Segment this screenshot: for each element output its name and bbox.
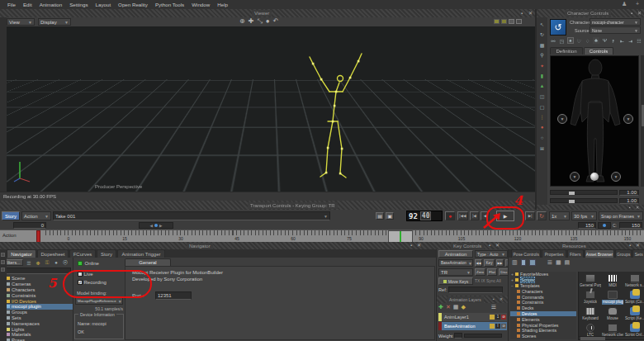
add-layer-icon[interactable]: ✚	[438, 304, 443, 310]
asset-tree-constraints[interactable]: Constraints	[510, 300, 576, 305]
dock-lock-icon[interactable]: ▪	[493, 296, 495, 302]
dock-lock-icon[interactable]: ▪	[631, 10, 632, 17]
layer-mute-icon[interactable]: ⊘	[501, 324, 506, 329]
key-filter-icon[interactable]: ⚿	[44, 259, 50, 266]
asset-network-server[interactable]: Network s...	[624, 274, 644, 289]
weight-slider[interactable]	[464, 334, 502, 338]
split-view-icon[interactable]	[521, 259, 526, 266]
layer-solo-icon[interactable]: I	[495, 324, 500, 329]
tab-fcurves[interactable]: FCurves	[69, 249, 96, 258]
range-end-field[interactable]: 150	[578, 222, 596, 229]
viewer-dock-lock-icon[interactable]: ▪	[521, 10, 523, 17]
skeleton-icon[interactable]: ♣	[593, 37, 599, 44]
pose-tool-icon[interactable]: ▩	[539, 41, 546, 48]
layer-list-options-icon[interactable]: ☰	[491, 304, 496, 310]
tab-sets[interactable]: Sets	[632, 249, 644, 258]
full-body-icon[interactable]: ♠	[567, 37, 574, 44]
cc-scrollbar[interactable]	[641, 55, 644, 187]
timeline-zoom-control[interactable]: ◀ ▶	[139, 222, 173, 229]
tree-item-groups[interactable]: +Groups	[2, 310, 73, 315]
asset-tree-physical-properties[interactable]: Physical Properties	[510, 322, 576, 328]
mini-tool-icon[interactable]	[1, 260, 5, 264]
layer-lock-icon[interactable]	[490, 324, 495, 329]
stance-pose-icon[interactable]: ⚯	[550, 37, 556, 44]
port-field[interactable]: 12351	[155, 291, 192, 300]
left-hand-control[interactable]: ▼	[557, 114, 567, 124]
asset-general-purpose[interactable]: General Purp...	[580, 274, 601, 289]
slider-handle[interactable]	[569, 192, 575, 195]
loop-toggle-button[interactable]: ↻	[537, 211, 547, 220]
dock-lock-icon[interactable]: ▪	[629, 242, 631, 249]
hips-control-sphere[interactable]	[590, 173, 599, 181]
character-rig-icon[interactable]: ☷	[636, 37, 642, 44]
scale-tool-icon[interactable]: ⤡	[257, 17, 262, 26]
live-checkbox[interactable]: Live	[78, 272, 93, 277]
display-mode-icon[interactable]	[494, 19, 500, 24]
slider-handle[interactable]	[569, 200, 575, 203]
story-button[interactable]: Story	[2, 211, 20, 220]
asset-script-co[interactable]: Script (Co...	[624, 291, 644, 305]
tab-dopesheet[interactable]: Dopesheet	[37, 249, 69, 258]
menu-settings[interactable]: Settings	[69, 2, 88, 7]
tab-controls[interactable]: Controls	[584, 47, 613, 54]
dot-filter-icon[interactable]: ●	[53, 259, 59, 266]
left-foot-control[interactable]: ▼	[570, 172, 580, 182]
dock-close-icon[interactable]: ✕	[500, 296, 503, 302]
scrollbar-thumb[interactable]	[642, 105, 644, 126]
tab-pose-controls[interactable]: Pose Controls	[511, 249, 541, 258]
loop-pose-icon[interactable]: ○	[539, 135, 546, 141]
thumb-mode-icon[interactable]: ▦	[556, 259, 561, 266]
tab-navigator[interactable]: Navigator	[7, 249, 36, 258]
blend-slider-2[interactable]	[550, 198, 618, 203]
dock-close-icon[interactable]: ✕	[417, 242, 421, 249]
tree-item-sets[interactable]: +Sets	[2, 315, 73, 321]
layer-select-dropdown[interactable]: BaseAnimation▼	[438, 259, 473, 267]
zero-pose-icon[interactable]: ◳	[558, 37, 565, 44]
tab-asset-browser[interactable]: Asset Browser	[585, 249, 614, 258]
tab-story[interactable]: Story	[97, 249, 116, 258]
lock-layer-icon[interactable]: ◆	[461, 304, 465, 310]
dock-close-icon[interactable]: ✕	[495, 242, 500, 249]
asset-tree-templates[interactable]: −Templates	[510, 283, 576, 289]
tab-animation-trigger[interactable]: Animation Trigger	[117, 249, 165, 258]
key-type-dropdown[interactable]: Type : Auto▼	[475, 250, 508, 258]
asset-tree-elements[interactable]: Elements	[510, 316, 576, 322]
delete-layer-icon[interactable]: ✕	[446, 304, 451, 310]
safe-frame-icon[interactable]	[516, 19, 522, 24]
asset-tree-commands[interactable]: Commands	[510, 294, 576, 300]
menu-open-reality[interactable]: Open Reality	[118, 2, 148, 7]
viewer-dock-close-icon[interactable]: ✕	[528, 10, 533, 17]
prev-key-button[interactable]: ◀◀	[475, 259, 482, 267]
next-key-button[interactable]: ▶▶	[496, 259, 504, 267]
tab-definition[interactable]: Definition	[550, 47, 583, 54]
mocap-skeleton[interactable]	[7, 26, 535, 192]
dock-lock-icon[interactable]: ▪	[410, 242, 412, 249]
keyframe-dots-icon[interactable]: ⋮	[539, 114, 546, 121]
pin-tool-icon[interactable]: ⚲	[539, 52, 546, 59]
tree-item-poses[interactable]: +Poses	[2, 338, 73, 341]
frame-pose-icon[interactable]: ⊞	[539, 144, 546, 151]
asset-mocopi-plugin[interactable]: mocopi plugin	[602, 291, 623, 305]
layer-solo-icon[interactable]: 1	[495, 315, 500, 320]
ref-field[interactable]	[448, 287, 503, 293]
camera-view-icon[interactable]	[509, 19, 514, 24]
online-indicator[interactable]: Online	[78, 261, 99, 266]
menu-file[interactable]: File	[7, 2, 16, 7]
loop-region-icon[interactable]: ▣	[386, 212, 394, 220]
asset-tree-decks[interactable]: Decks	[510, 305, 576, 311]
zoom-in-icon[interactable]: ▶	[159, 224, 162, 228]
zoom-out-icon[interactable]: ◀	[150, 224, 153, 228]
layer-row-animlayer1[interactable]: AnimLayer1 1 ⊘	[438, 313, 507, 321]
character-dropdown[interactable]: mocopi-character▼	[590, 18, 641, 26]
character-body-view[interactable]: ▼ ▼ ▼ ▼	[550, 55, 639, 187]
weight-field[interactable]	[454, 333, 462, 339]
prev-keypose-icon[interactable]: ⇤	[618, 37, 625, 44]
list-mode-icon[interactable]: ☰	[547, 259, 552, 266]
fps-dropdown[interactable]: 30 fps▼	[571, 211, 597, 220]
asset-midi[interactable]: MIDI	[602, 274, 623, 289]
zero-button[interactable]: Zero	[475, 268, 485, 276]
tree-item-io-devices[interactable]: −I/O Devices	[2, 298, 73, 304]
tree-item-scene[interactable]: +Scene	[2, 276, 73, 282]
mini-tool-icon[interactable]	[1, 268, 5, 272]
go-to-start-button[interactable]: |◀◀	[457, 211, 468, 220]
